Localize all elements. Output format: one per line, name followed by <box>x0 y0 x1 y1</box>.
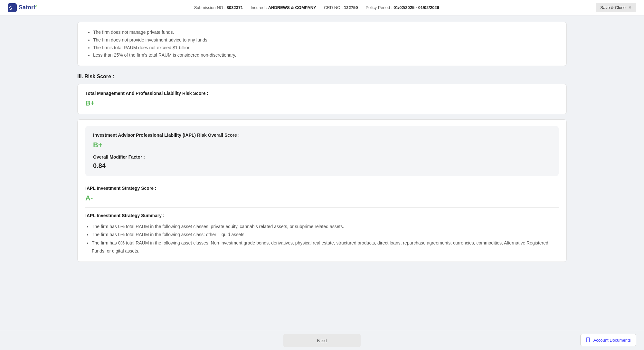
list-item: The firm's total RAUM does not exceed $1… <box>93 44 557 52</box>
iapl-strategy-score-value: A- <box>85 194 559 202</box>
iapl-overall-inner-card: Investment Advisor Professional Liabilit… <box>85 126 559 176</box>
list-item: The firm has 0% total RAUM in the follow… <box>92 239 559 255</box>
svg-text:S: S <box>9 5 12 11</box>
account-documents-button[interactable]: Account Documents <box>580 334 636 346</box>
next-button[interactable]: Next <box>283 334 361 347</box>
list-item: The firm has 0% total RAUM in the follow… <box>92 231 559 239</box>
iapl-overall-outer-card: Investment Advisor Professional Liabilit… <box>77 119 567 262</box>
iapl-overall-score-value: B+ <box>93 141 551 149</box>
iapl-overall-title: Investment Advisor Professional Liabilit… <box>93 133 551 138</box>
modifier-label: Overall Modifier Factor : <box>93 154 551 160</box>
header-meta: Submission NO : 8032371 Insured : ANDREW… <box>194 5 439 10</box>
satori-logo-icon: S <box>8 3 17 12</box>
iapl-summary-section: IAPL Investment Strategy Summary : The f… <box>85 207 559 255</box>
risk-score-heading: III. Risk Score : <box>77 74 567 79</box>
list-item: The firm does not manage private funds. <box>93 29 557 36</box>
list-item: The firm does not provide investment adv… <box>93 36 557 44</box>
list-item: The firm has 0% total RAUM in the follow… <box>92 223 559 231</box>
list-item: Less than 25% of the firm's total RAUM i… <box>93 51 557 59</box>
save-close-button[interactable]: Save & Close ✕ <box>596 3 636 12</box>
submission-info: Submission NO : 8032371 <box>194 5 243 10</box>
policy-period-info: Policy Period : 01/02/2025 - 01/02/2026 <box>365 5 439 10</box>
crd-info: CRD NO : 122750 <box>324 5 358 10</box>
account-docs-label: Account Documents <box>593 338 631 343</box>
iapl-strategy-section: IAPL Investment Strategy Score : A- <box>85 181 559 202</box>
total-risk-score-title: Total Management And Professional Liabil… <box>85 91 559 96</box>
modifier-value: 0.84 <box>93 162 551 170</box>
close-icon: ✕ <box>628 5 632 10</box>
header: S Satori° Submission NO : 8032371 Insure… <box>0 0 644 15</box>
logo: S Satori° <box>8 3 37 12</box>
iapl-strategy-title: IAPL Investment Strategy Score : <box>85 186 559 191</box>
bullet-list-card: The firm does not manage private funds. … <box>77 22 567 66</box>
bullet-list: The firm does not manage private funds. … <box>87 29 557 59</box>
total-risk-score-value: B+ <box>85 99 559 107</box>
iapl-summary-title: IAPL Investment Strategy Summary : <box>85 213 559 218</box>
total-risk-score-card: Total Management And Professional Liabil… <box>77 84 567 114</box>
iapl-summary-list: The firm has 0% total RAUM in the follow… <box>85 223 559 255</box>
footer: Next <box>0 331 644 350</box>
logo-text: Satori° <box>19 4 37 11</box>
document-icon <box>586 337 591 343</box>
main-content: The firm does not manage private funds. … <box>0 15 644 350</box>
insured-info: Insured : ANDREWS & COMPANY <box>251 5 316 10</box>
